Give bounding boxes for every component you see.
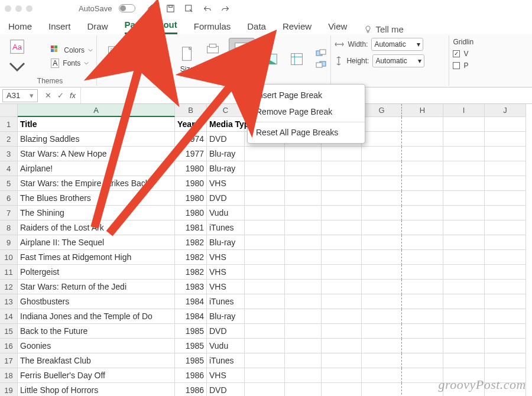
cell-G16[interactable] [362, 339, 402, 353]
cell-I9[interactable] [443, 235, 485, 250]
cell-H14[interactable] [402, 309, 443, 324]
cell-B11[interactable]: 1982 [175, 265, 207, 280]
cell-B2[interactable]: 1974 [175, 132, 207, 147]
cell-B19[interactable]: 1986 [175, 383, 207, 396]
cell-C5[interactable]: VHS [207, 176, 245, 191]
cell-J8[interactable] [485, 220, 526, 235]
cell-E10[interactable] [285, 250, 322, 265]
cell-E9[interactable] [285, 235, 322, 250]
cell-E14[interactable] [285, 309, 322, 324]
cell-F17[interactable] [322, 353, 362, 368]
cell-D10[interactable] [245, 250, 285, 265]
cell-H19[interactable] [402, 383, 443, 396]
save-as-icon[interactable] [184, 4, 194, 14]
row-header-17[interactable]: 17 [0, 353, 18, 368]
cell-I14[interactable] [443, 309, 485, 324]
cell-C12[interactable]: VHS [207, 280, 245, 294]
cell-I10[interactable] [443, 250, 485, 265]
cell-I12[interactable] [443, 280, 485, 294]
cell-F15[interactable] [322, 324, 362, 339]
cell-D3[interactable] [245, 147, 285, 161]
cell-F10[interactable] [322, 250, 362, 265]
cell-H4[interactable] [402, 161, 443, 176]
cell-G13[interactable] [362, 294, 402, 309]
margins-button[interactable]: Margins [100, 45, 128, 73]
cell-F7[interactable] [322, 206, 362, 220]
menu-reset-page-breaks[interactable]: Reset All Page Breaks [248, 124, 365, 141]
cell-C4[interactable]: Blu-ray [207, 161, 245, 176]
cell-A7[interactable]: The Shining [18, 206, 175, 220]
cell-B8[interactable]: 1981 [175, 220, 207, 235]
cell-I6[interactable] [443, 191, 485, 206]
cell-C3[interactable]: Blu-ray [207, 147, 245, 161]
cell-E13[interactable] [285, 294, 322, 309]
cell-B5[interactable]: 1980 [175, 176, 207, 191]
cell-H5[interactable] [402, 176, 443, 191]
cell-D8[interactable] [245, 220, 285, 235]
cell-D15[interactable] [245, 324, 285, 339]
tab-insert[interactable]: Insert [48, 21, 71, 34]
cell-B18[interactable]: 1986 [175, 368, 207, 383]
cell-F19[interactable] [322, 383, 362, 396]
cell-B7[interactable]: 1980 [175, 206, 207, 220]
cell-B14[interactable]: 1984 [175, 309, 207, 324]
cell-C14[interactable]: Blu-ray [207, 309, 245, 324]
cell-I3[interactable] [443, 147, 485, 161]
cell-H7[interactable] [402, 206, 443, 220]
cell-A16[interactable]: Goonies [18, 339, 175, 353]
width-select[interactable]: Automatic▾ [371, 38, 423, 51]
cell-F12[interactable] [322, 280, 362, 294]
colors-button[interactable]: Colors [51, 46, 93, 55]
cell-H15[interactable] [402, 324, 443, 339]
orientation-button[interactable]: Orientation [134, 45, 171, 73]
cell-B1[interactable]: Year [175, 117, 207, 132]
cell-F6[interactable] [322, 191, 362, 206]
cell-E19[interactable] [285, 383, 322, 396]
cell-D9[interactable] [245, 235, 285, 250]
cell-H8[interactable] [402, 220, 443, 235]
gridlines-print-checkbox[interactable] [453, 62, 460, 69]
enter-icon[interactable]: ✓ [57, 91, 64, 100]
cell-J12[interactable] [485, 280, 526, 294]
cell-A2[interactable]: Blazing Saddles [18, 132, 175, 147]
cell-D11[interactable] [245, 265, 285, 280]
cell-I4[interactable] [443, 161, 485, 176]
cell-A6[interactable]: The Blues Brothers [18, 191, 175, 206]
tell-me[interactable]: Tell me [364, 24, 404, 34]
cell-E5[interactable] [285, 176, 322, 191]
cell-A8[interactable]: Raiders of the Lost Ark [18, 220, 175, 235]
cell-E17[interactable] [285, 353, 322, 368]
cell-D13[interactable] [245, 294, 285, 309]
cell-B17[interactable]: 1985 [175, 353, 207, 368]
cell-H13[interactable] [402, 294, 443, 309]
bring-forward-button[interactable] [315, 48, 327, 58]
tab-data[interactable]: Data [247, 21, 266, 34]
cell-H3[interactable] [402, 147, 443, 161]
background-button[interactable] [261, 50, 281, 68]
row-header-7[interactable]: 7 [0, 206, 18, 220]
cell-J9[interactable] [485, 235, 526, 250]
cell-C6[interactable]: DVD [207, 191, 245, 206]
cell-G12[interactable] [362, 280, 402, 294]
cell-G2[interactable] [362, 132, 402, 147]
cell-F11[interactable] [322, 265, 362, 280]
cell-B15[interactable]: 1985 [175, 324, 207, 339]
cell-C9[interactable]: Blu-ray [207, 235, 245, 250]
fonts-button[interactable]: A Fonts [51, 59, 93, 68]
cell-C2[interactable]: DVD [207, 132, 245, 147]
cell-B9[interactable]: 1982 [175, 235, 207, 250]
print-titles-button[interactable] [287, 50, 307, 68]
undo-icon[interactable] [202, 4, 212, 14]
cell-I8[interactable] [443, 220, 485, 235]
menu-remove-page-break[interactable]: Remove Page Break [248, 103, 365, 120]
cell-I1[interactable] [443, 117, 485, 132]
cell-H6[interactable] [402, 191, 443, 206]
cell-J3[interactable] [485, 147, 526, 161]
cell-H16[interactable] [402, 339, 443, 353]
send-backward-button[interactable] [315, 60, 327, 70]
cell-F5[interactable] [322, 176, 362, 191]
cell-G1[interactable] [362, 117, 402, 132]
cell-C7[interactable]: Vudu [207, 206, 245, 220]
cell-I16[interactable] [443, 339, 485, 353]
cell-G5[interactable] [362, 176, 402, 191]
